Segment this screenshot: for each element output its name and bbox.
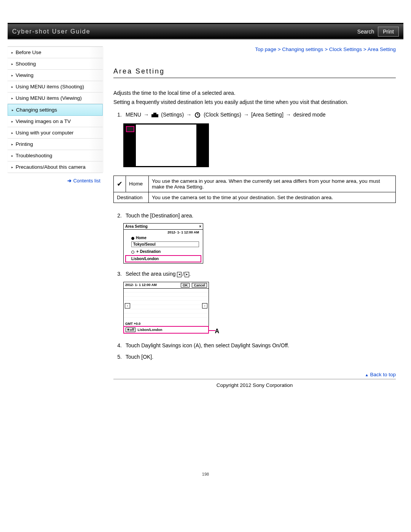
main-content: Top page > Changing settings > Clock Set… xyxy=(113,46,403,403)
arrow-right-icon: → xyxy=(186,111,191,119)
caret-icon: ▸ xyxy=(11,165,13,169)
sidebar-item-label: Changing settings xyxy=(16,107,57,113)
breadcrumb: Top page > Changing settings > Clock Set… xyxy=(113,46,396,52)
menu-highlight-icon xyxy=(126,126,134,132)
sidebar-nav: ▸Before Use ▸Shooting ▸Viewing ▸Using ME… xyxy=(8,46,103,173)
breadcrumb-clock[interactable]: Clock Settings xyxy=(329,46,362,52)
step-text-pre: Select the area using xyxy=(126,271,177,277)
map-city: Lisbon/London xyxy=(138,328,162,332)
triangle-up-icon: ▲ xyxy=(365,373,369,377)
camera-screen-illustration xyxy=(123,123,209,167)
sidebar-item-tv[interactable]: ▸Viewing images on a TV xyxy=(8,116,103,127)
caret-icon: ▸ xyxy=(11,131,13,135)
destination-desc: You use the camera set to the time at yo… xyxy=(149,192,396,203)
cancel-button-small: Cancel xyxy=(192,283,207,288)
arrow-right-icon: ➔ xyxy=(67,178,72,184)
destination-city: Lisbon/London xyxy=(131,257,159,261)
table-row: ✔ Home You use the camera in your area. … xyxy=(114,176,396,192)
step-number: 2. xyxy=(113,212,122,220)
back-to-top-label: Back to top xyxy=(370,372,396,377)
sidebar-item-troubleshooting[interactable]: ▸Troubleshooting xyxy=(8,150,103,161)
sidebar-item-viewing[interactable]: ▸Viewing xyxy=(8,70,103,81)
contents-list-label: Contents list xyxy=(73,178,100,184)
back-to-top-link[interactable]: ▲ Back to top xyxy=(113,372,396,377)
sidebar-item-label: Precautions/About this camera xyxy=(16,164,86,170)
arrow-right-icon: → xyxy=(143,111,149,119)
intro-line2: Setting a frequently visited destination… xyxy=(113,99,396,106)
sidebar-item-precautions[interactable]: ▸Precautions/About this camera xyxy=(8,161,103,173)
print-button[interactable]: Print xyxy=(378,27,399,37)
step-5: 5. Touch [OK]. xyxy=(113,353,396,361)
left-right-keys-icon: ◂ / ▸ xyxy=(177,271,189,278)
caret-icon: ▸ xyxy=(11,120,13,123)
breadcrumb-top[interactable]: Top page xyxy=(255,46,276,52)
map-datetime: 2012- 1- 1 12:00 AM xyxy=(125,283,157,288)
airplane-icon: ✈ xyxy=(136,249,139,254)
destination-option: Destination xyxy=(140,249,161,254)
page-title: Area Setting xyxy=(113,67,396,78)
toolbox-icon xyxy=(151,112,159,118)
caret-icon: ▸ xyxy=(11,85,13,89)
svg-rect-1 xyxy=(153,113,156,114)
area-setting-dialog: Area Setting × 2012- 1- 1 12:00 AM Home … xyxy=(123,223,203,264)
sidebar-item-printing[interactable]: ▸Printing xyxy=(8,139,103,150)
chevron-left-icon: ‹ xyxy=(125,303,130,308)
sidebar-item-menu-shooting[interactable]: ▸Using MENU items (Shooting) xyxy=(8,81,103,93)
ok-button-small: OK xyxy=(181,283,190,288)
sidebar-item-label: Before Use xyxy=(16,50,41,55)
intro-text: Adjusts the time to the local time of a … xyxy=(113,89,396,106)
sidebar-item-shooting[interactable]: ▸Shooting xyxy=(8,58,103,70)
chevron-right-icon: › xyxy=(202,303,207,308)
home-city: Tokyo/Seoul xyxy=(131,241,199,247)
caret-icon: ▸ xyxy=(11,154,13,158)
dialog-title: Area Setting xyxy=(125,224,148,228)
connector-line xyxy=(209,330,215,331)
sidebar-item-changing-settings[interactable]: ▸Changing settings xyxy=(8,104,103,116)
radio-on-icon xyxy=(131,237,134,240)
settings-label: (Settings) xyxy=(161,111,184,119)
header-divider xyxy=(8,39,403,40)
search-link[interactable]: Search xyxy=(357,29,374,35)
breadcrumb-changing[interactable]: Changing settings xyxy=(282,46,323,52)
breadcrumb-sep: > xyxy=(362,46,368,52)
step-number: 3. xyxy=(113,270,122,278)
sidebar-item-label: Viewing images on a TV xyxy=(16,118,71,124)
sidebar-item-computer[interactable]: ▸Using with your computer xyxy=(8,127,103,139)
sidebar: ▸Before Use ▸Shooting ▸Viewing ▸Using ME… xyxy=(8,46,103,403)
destination-label: Destination xyxy=(114,192,149,203)
intro-line1: Adjusts the time to the local time of a … xyxy=(113,89,396,97)
sidebar-item-label: Using MENU items (Shooting) xyxy=(16,84,84,89)
checkmark-icon: ✔ xyxy=(117,181,123,187)
home-desc: You use the camera in your area. When th… xyxy=(149,176,396,192)
header-bar: Cyber-shot User Guide Search Print xyxy=(8,23,403,39)
arrow-right-icon: → xyxy=(286,111,291,119)
step-number: 4. xyxy=(113,342,122,350)
svg-rect-0 xyxy=(151,114,158,117)
step-text: Touch Daylight Savings icon (A), then se… xyxy=(126,342,396,350)
options-table: ✔ Home You use the camera in your area. … xyxy=(113,176,396,203)
clock-icon xyxy=(194,112,201,118)
step-4: 4. Touch Daylight Savings icon (A), then… xyxy=(113,342,396,350)
step-text: Touch the [Destination] area. xyxy=(126,212,396,220)
arrow-right-icon: → xyxy=(244,111,249,119)
caret-icon: ▸ xyxy=(11,51,13,54)
clock-label: (Clock Settings) xyxy=(204,111,241,119)
breadcrumb-area[interactable]: Area Setting xyxy=(368,46,396,52)
home-label: Home xyxy=(126,176,149,192)
sidebar-item-before-use[interactable]: ▸Before Use xyxy=(8,47,103,58)
caret-icon: ▸ xyxy=(11,62,13,66)
step-3: 3. Select the area using ◂ / ▸. xyxy=(113,270,396,278)
area-setting-label: [Area Setting] xyxy=(251,111,284,119)
sidebar-item-label: Shooting xyxy=(16,61,36,67)
caret-icon: ▸ xyxy=(11,73,13,77)
gmt-label: GMT +0.0 xyxy=(124,321,209,326)
table-row: Destination You use the camera set to th… xyxy=(114,192,396,203)
step-text: Touch [OK]. xyxy=(126,353,396,361)
step-2: 2. Touch the [Destination] area. xyxy=(113,212,396,220)
close-icon: × xyxy=(199,224,201,228)
breadcrumb-sep: > xyxy=(323,46,329,52)
contents-list-link[interactable]: ➔Contents list xyxy=(67,178,100,184)
sidebar-item-menu-viewing[interactable]: ▸Using MENU items (Viewing) xyxy=(8,93,103,104)
sidebar-item-label: Using MENU items (Viewing) xyxy=(16,95,82,101)
dst-icon: ☀off xyxy=(126,328,135,332)
